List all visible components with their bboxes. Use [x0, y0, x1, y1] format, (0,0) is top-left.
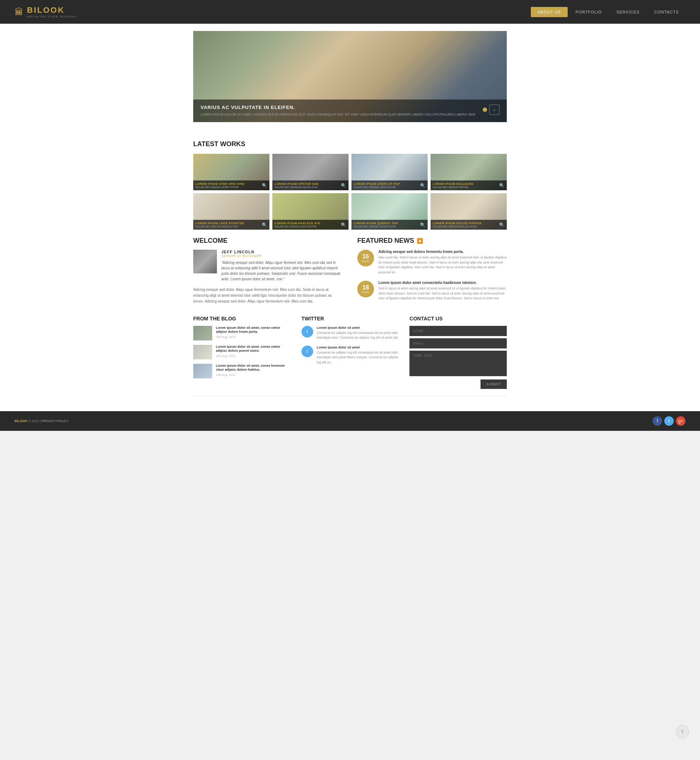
hero-section: VARIUS AC VULPUTATE IN ELEIFEN. LOREM IP… [0, 24, 700, 130]
blog-item-title-1: Lorem ipsum dolor sit amet, conse ctetur… [216, 326, 291, 334]
magnify-icon-3[interactable]: 🔍 [420, 183, 425, 188]
nav-contacts[interactable]: CONTACTS [647, 7, 686, 17]
news-day-2: 18 [362, 285, 369, 290]
news-day-1: 16 [362, 254, 369, 259]
hero-dot[interactable] [483, 108, 487, 112]
work-sub-7: NULAM NEC MASSA LROEM POSR [354, 225, 398, 228]
work-item-2[interactable]: LOREM IPSUM OPSTER SHE NULAM NEC MASSA A… [272, 154, 348, 190]
work-caption-3: LOREM IPSUM ATERS AT RSP NULAM NEC MASSA… [352, 180, 428, 190]
work-title-2: LOREM IPSUM OPSTER SHE [275, 182, 319, 186]
work-title-8: LOREM IPSUM DOLOE PORTSE [433, 222, 481, 225]
news-item-2: 18 AUG Lorem ipsum dolor amet consecteti… [357, 281, 507, 301]
main-content: LATEST WORKS LOREM IPSUM STER SPEI KRIE … [0, 130, 700, 411]
magnify-icon-2[interactable]: 🔍 [341, 183, 346, 188]
twitter-title: TWITTER [302, 316, 399, 321]
work-caption-4: LOREM IPSUM HALLEUSE NULAM NEC MASSA POR… [431, 180, 507, 190]
news-month-1: AUG [362, 259, 369, 263]
contact-name-input[interactable] [409, 326, 507, 336]
featured-news-title: FEATURED NEWS ◆ [357, 237, 507, 245]
blog-item-date-3: 16th Aug, 2012 [216, 373, 291, 376]
hero-text: LOREM IPSUM DOLOR SIT AMET, CONSECTETUR … [200, 112, 500, 117]
work-item-8[interactable]: LOREM IPSUM DOLOE PORTSE NULAM NEC MASSA… [431, 193, 507, 229]
person-info: JEFF LINCOLN SENIOR UI MANAGER "Adicing … [221, 250, 343, 282]
nav-about-us[interactable]: ABOUT US [531, 7, 567, 17]
blog-item-title-2: Lorem ipsum dolor sit amet, conse ctetur… [216, 345, 291, 353]
work-title-6: LOREM IPSUM HASLEUS ATE [275, 222, 320, 225]
work-sub-1: NULAM NEC MASSA LROEP OSTRE [195, 186, 245, 189]
blog-item-1: Lorem ipsum dolor sit amet, conse ctetur… [193, 326, 291, 340]
blog-item-date-1: 16th Aug, 2012 [216, 336, 291, 339]
footer-copy: © 2012 | [28, 419, 41, 423]
footer-brand: BILOOK [14, 419, 27, 423]
welcome-section: WELCOME JEFF LINCOLN SENIOR UI MANAGER "… [193, 237, 343, 307]
twitter-icon-1: t [302, 326, 313, 337]
twitter-button[interactable]: t [664, 416, 674, 426]
contact-section: CONTACT US SUBMIT [409, 316, 507, 389]
person-card: JEFF LINCOLN SENIOR UI MANAGER "Adicing … [193, 250, 343, 282]
work-item-3[interactable]: LOREM IPSUM ATERS AT RSP NULAM NEC MASSA… [352, 154, 428, 190]
work-title-1: LOREM IPSUM STER SPEI KRIE [195, 182, 245, 186]
work-item-6[interactable]: LOREM IPSUM HASLEUS ATE NULAM NEC MASSA … [272, 193, 348, 229]
news-body-1: Mes cuml dia. Sed in lacus ut enim ascin… [378, 255, 507, 275]
magnify-icon-8[interactable]: 🔍 [499, 222, 505, 228]
three-col-section: FROM THE BLOG Lorem ipsum dolor sit amet… [193, 316, 507, 389]
news-date-badge-2: 18 AUG [357, 281, 374, 297]
contact-message-textarea[interactable] [409, 351, 507, 376]
nav-services[interactable]: SERVICES [610, 7, 646, 17]
submit-button[interactable]: SUBMIT [481, 379, 507, 389]
blog-section: FROM THE BLOG Lorem ipsum dolor sit amet… [193, 316, 291, 389]
work-sub-8: NULAM NEC MASSA HASLLEU MGIE [433, 225, 481, 228]
facebook-button[interactable]: f [653, 416, 662, 426]
welcome-body: Adicing eesque sed dolor. Aliqu ngue fer… [193, 287, 343, 304]
logo-area: 🏛 BILOOK ARCHITECTURE BUREAU [14, 5, 77, 18]
work-title-7: LOREM IPSUM QUERSY TEN [354, 222, 398, 225]
news-content-2: Lorem ipsum dolor amet consectetiu hasll… [378, 281, 507, 301]
blog-title: FROM THE BLOG [193, 316, 291, 321]
tweet-item-2: t Lorem ipsum dolor sit amet Consecte tu… [302, 346, 399, 365]
work-caption-2: LOREM IPSUM OPSTER SHE NULAM NEC MASSA A… [272, 180, 348, 190]
footer-social: f t g+ [653, 416, 686, 426]
tweet-text-2: Consecte tur adipisc ing elit consequat … [317, 350, 399, 365]
contact-email-input[interactable] [409, 338, 507, 348]
work-item-5[interactable]: LOREM IPSUM LROE POSRTSE NULAM NEC MAS S… [193, 193, 269, 229]
person-name: JEFF LINCOLN [221, 250, 343, 254]
work-caption-7: LOREM IPSUM QUERSY TEN NULAM NEC MASSA L… [352, 220, 428, 229]
work-item-4[interactable]: LOREM IPSUM HALLEUSE NULAM NEC MASSA POR… [431, 154, 507, 190]
work-sub-5: NULAM NEC MAS SA HASLELU MIS [195, 225, 244, 228]
work-item-1[interactable]: LOREM IPSUM STER SPEI KRIE NULAM NEC MAS… [193, 154, 269, 190]
work-caption-8: LOREM IPSUM DOLOE PORTSE NULAM NEC MASSA… [431, 220, 507, 229]
twitter-icon-2: t [302, 346, 313, 357]
container: LATEST WORKS LOREM IPSUM STER SPEI KRIE … [193, 137, 507, 389]
hero-controls: › [483, 105, 500, 115]
divider [193, 396, 507, 396]
magnify-icon-5[interactable]: 🔍 [262, 222, 267, 228]
twitter-section: TWITTER t Lorem ipsum dolor sit amet Con… [302, 316, 399, 389]
latest-works-section: LATEST WORKS LOREM IPSUM STER SPEI KRIE … [193, 137, 507, 229]
person-quote: "Adicing eesque sed dolor. Aliqu ngue fe… [221, 260, 343, 282]
logo-main: BILOOK [27, 5, 77, 15]
hero-title: VARIUS AC VULPUTATE IN ELEIFEN. [200, 105, 500, 110]
news-item-1: 16 AUG Adicing eesque sed doloru ferment… [357, 250, 507, 275]
hero-next-arrow[interactable]: › [489, 105, 500, 115]
work-sub-3: NULAM NEC MASSA LORE DOLOR [354, 186, 400, 189]
news-date-badge-1: 16 AUG [357, 250, 374, 267]
magnify-icon-1[interactable]: 🔍 [262, 183, 267, 188]
google-plus-button[interactable]: g+ [676, 416, 686, 426]
magnify-icon-7[interactable]: 🔍 [420, 222, 425, 228]
work-title-5: LOREM IPSUM LROE POSRTSE [195, 222, 244, 225]
work-sub-6: NULAM NEC MASSA QUEN MSTRE [275, 225, 320, 228]
footer-policy[interactable]: PRIVACY POLICY [42, 419, 69, 423]
news-body-2: Sed in lacus ut enim ascing alipt sit am… [378, 286, 507, 301]
main-nav: ABOUT US PORTFOLIO SERVICES CONTACTS [531, 7, 686, 17]
latest-works-title: LATEST WORKS [193, 137, 507, 148]
magnify-icon-6[interactable]: 🔍 [341, 222, 346, 228]
nav-portfolio[interactable]: PORTFOLIO [569, 7, 608, 17]
work-item-7[interactable]: LOREM IPSUM QUERSY TEN NULAM NEC MASSA L… [352, 193, 428, 229]
work-title-4: LOREM IPSUM HALLEUSE [433, 182, 473, 186]
work-title-3: LOREM IPSUM ATERS AT RSP [354, 182, 400, 186]
tweet-title-2: Lorem ipsum dolor sit amet [317, 346, 399, 349]
logo-text: BILOOK ARCHITECTURE BUREAU [27, 5, 77, 18]
magnify-icon-4[interactable]: 🔍 [499, 183, 505, 188]
blog-item-title-3: Lorem ipsum dolor sit amet, conse lorems… [216, 364, 291, 372]
person-avatar [193, 250, 217, 273]
